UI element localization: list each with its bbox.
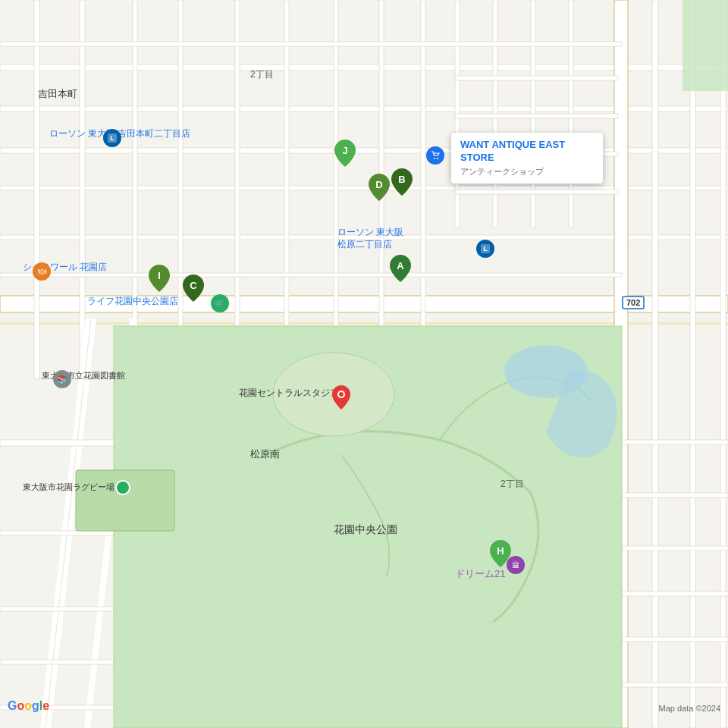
svg-text:B: B (398, 174, 405, 185)
svg-rect-49 (682, 0, 728, 91)
svg-rect-30 (455, 190, 618, 194)
icon-lawson-matsubara[interactable]: L (476, 240, 494, 258)
svg-point-58 (339, 392, 344, 397)
marker-J[interactable]: J (334, 140, 356, 167)
marker-C[interactable]: C (183, 275, 204, 302)
svg-rect-43 (622, 637, 728, 642)
marker-B[interactable]: B (391, 168, 413, 196)
map-svg (0, 0, 728, 728)
label-lawson-matsubara: ローソン 東大阪松原二丁目店 (337, 226, 403, 250)
svg-text:C: C (190, 280, 197, 291)
svg-text:I: I (158, 270, 161, 281)
marker-A[interactable]: A (390, 255, 411, 282)
svg-text:L: L (483, 245, 488, 253)
want-antique-infobox[interactable]: WANT ANTIQUE EAST STORE アンティークショップ (451, 133, 603, 184)
svg-text:D: D (375, 179, 382, 190)
svg-rect-44 (622, 682, 728, 687)
marker-D[interactable]: D (369, 174, 390, 201)
svg-rect-50 (0, 273, 622, 277)
svg-rect-28 (455, 114, 618, 118)
icon-dream21[interactable]: 🏛 (507, 556, 525, 574)
svg-rect-16 (379, 0, 384, 326)
svg-rect-26 (0, 42, 622, 46)
icon-library[interactable]: 📚 (53, 370, 71, 388)
svg-rect-21 (720, 0, 726, 728)
svg-point-55 (434, 158, 435, 159)
svg-rect-19 (652, 0, 658, 728)
svg-rect-12 (178, 0, 183, 379)
marker-red-center[interactable] (332, 385, 350, 410)
svg-rect-41 (622, 546, 728, 551)
google-logo: Google (8, 699, 49, 713)
icon-want-antique[interactable] (426, 146, 444, 165)
icon-rugby[interactable] (115, 480, 130, 495)
svg-rect-14 (284, 0, 289, 326)
icon-shanoir[interactable]: 🍽 (33, 262, 51, 281)
svg-rect-48 (76, 470, 174, 531)
svg-rect-10 (80, 0, 85, 379)
svg-rect-13 (235, 0, 240, 326)
svg-text:J: J (342, 145, 347, 156)
want-antique-title: WANT ANTIQUE EAST STORE (460, 139, 594, 165)
svg-rect-27 (455, 76, 618, 80)
icon-life[interactable]: 🛒 (211, 294, 229, 312)
svg-point-56 (437, 158, 438, 159)
svg-rect-17 (421, 0, 425, 326)
svg-rect-20 (690, 0, 695, 728)
label-life: ライフ花園中央公園店 (87, 296, 178, 307)
icon-lawson-yoshida[interactable]: L (103, 129, 121, 147)
map-container: 吉田本町 2丁目 松原南 花園中央公園 2丁目 花園セントラルスタジアム 東大阪… (0, 0, 728, 728)
road-badge-702: 702 (622, 296, 645, 309)
svg-rect-39 (622, 440, 728, 444)
svg-rect-36 (0, 607, 114, 611)
map-data-text: Map data ©2024 (659, 704, 721, 713)
marker-I[interactable]: I (149, 265, 170, 292)
svg-rect-42 (622, 592, 728, 596)
svg-rect-37 (0, 660, 114, 664)
svg-text:H: H (497, 545, 504, 557)
svg-rect-9 (34, 0, 39, 379)
svg-text:A: A (397, 260, 404, 271)
svg-rect-35 (0, 531, 114, 535)
want-antique-subtitle: アンティークショップ (460, 166, 594, 177)
svg-text:L: L (110, 134, 115, 142)
svg-rect-40 (622, 493, 728, 497)
